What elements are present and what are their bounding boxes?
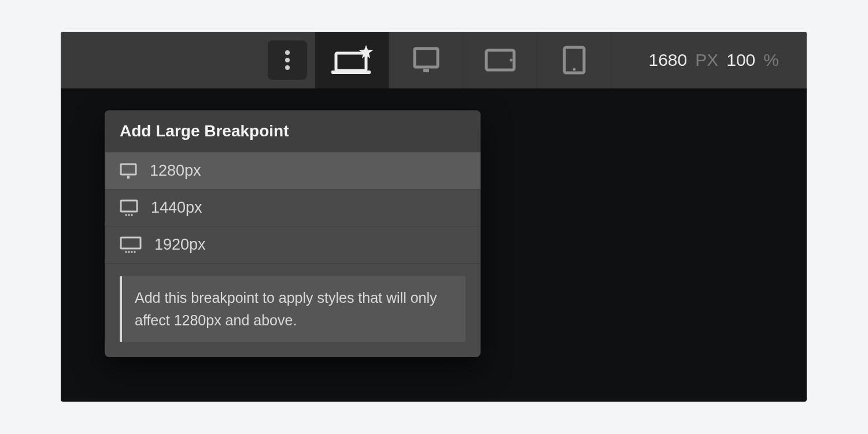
svg-point-2 [285,65,290,70]
canvas-width-value[interactable]: 1680 [648,50,687,70]
svg-point-16 [128,214,130,216]
breakpoint-desktop-button[interactable] [389,32,463,88]
svg-point-15 [125,214,127,216]
breakpoint-hint: Add this breakpoint to apply styles that… [120,276,466,342]
svg-point-19 [125,251,127,253]
monitor-small-icon [120,163,137,179]
breakpoint-desktop-large-button[interactable] [315,32,389,88]
editor-panel: 1680 PX 100 % Add Large Breakpoint 1280p… [61,32,807,402]
breakpoint-toolbar: 1680 PX 100 % [61,32,807,88]
svg-point-1 [285,58,290,62]
more-options-button[interactable] [268,40,307,80]
breakpoint-option-1280[interactable]: 1280px [105,152,481,189]
svg-point-9 [509,59,512,62]
hint-container: Add this breakpoint to apply styles that… [105,263,481,357]
canvas-width-unit: PX [695,50,718,70]
svg-rect-4 [331,71,371,74]
canvas-zoom-value[interactable]: 100 [726,50,755,70]
desktop-icon [413,47,439,73]
svg-point-0 [285,50,290,55]
tablet-portrait-icon [563,46,586,75]
monitor-large-icon [120,236,142,254]
dots-vertical-icon [285,50,290,70]
svg-rect-6 [415,49,438,67]
svg-point-17 [131,214,132,216]
breakpoint-tablet-portrait-button[interactable] [537,32,611,88]
canvas-readout: 1680 PX 100 % [648,50,807,70]
svg-rect-3 [336,53,366,71]
breakpoint-tablet-landscape-button[interactable] [463,32,537,88]
svg-point-21 [131,251,132,253]
monitor-medium-icon [120,199,138,217]
svg-rect-7 [423,69,429,72]
option-label: 1920px [154,236,206,254]
svg-point-20 [128,251,130,253]
breakpoint-option-1920[interactable]: 1920px [105,226,481,263]
laptop-star-icon [331,45,373,75]
svg-point-22 [134,251,135,253]
tablet-landscape-icon [485,49,516,72]
svg-point-11 [572,68,575,71]
svg-rect-13 [127,176,130,179]
canvas-zoom-unit: % [763,50,779,70]
option-label: 1280px [150,162,201,180]
breakpoint-option-1440[interactable]: 1440px [105,189,481,226]
svg-rect-18 [121,238,141,248]
dropdown-title: Add Large Breakpoint [105,110,481,152]
svg-rect-14 [121,201,137,212]
svg-rect-12 [121,164,136,175]
option-label: 1440px [151,199,202,217]
add-breakpoint-dropdown: Add Large Breakpoint 1280px 1440px [105,110,481,357]
